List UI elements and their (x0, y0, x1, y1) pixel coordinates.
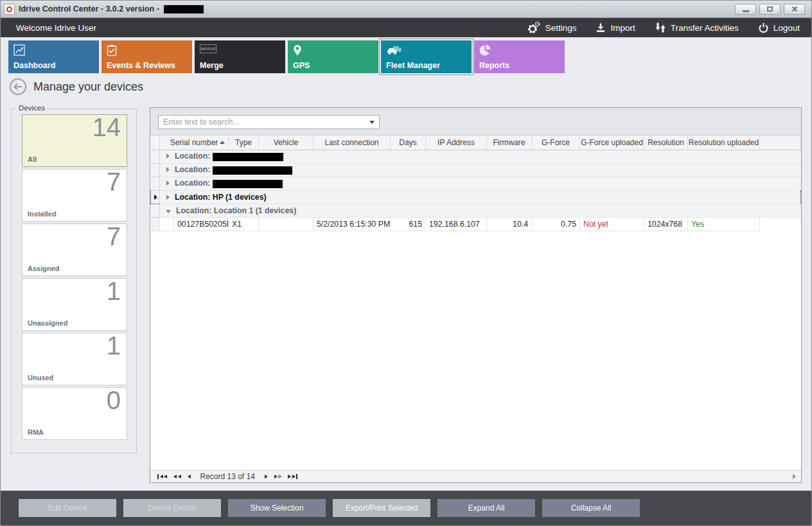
app-window: Idrive Control Center - 3.0.2 version - … (0, 0, 812, 526)
transfer-activities-label: Transfer Activities (671, 23, 739, 33)
filter-card-all[interactable]: 14 All (22, 114, 127, 167)
column-header-resolution[interactable]: Resolution (644, 136, 688, 150)
device-details-button[interactable]: Device Details (123, 499, 221, 517)
logout-label: Logout (773, 23, 800, 33)
group-row: Location: Location 1 (1 devices) (151, 204, 801, 217)
first-record-button[interactable] (154, 471, 170, 482)
settings-button[interactable]: Settings (527, 21, 577, 34)
search-input[interactable] (163, 118, 369, 127)
device-grid-panel: Serial number Type Vehicle Last connecti… (150, 107, 802, 483)
card-count: 0 (107, 386, 121, 415)
group-row: Location: (151, 177, 801, 190)
filter-card-unassigned[interactable]: 1 Unassigned (22, 278, 127, 331)
import-button[interactable]: Import (596, 22, 635, 33)
filter-card-rma[interactable]: 0 RMA (22, 387, 127, 440)
column-header-resolution-uploaded[interactable]: Resolution uploaded (688, 136, 760, 150)
row-indicator (151, 204, 160, 217)
expand-collapsed-icon (166, 153, 170, 159)
expand-all-button[interactable]: Expand All (437, 499, 535, 517)
tab-reports[interactable]: Reports (474, 40, 565, 73)
export-print-selected-button[interactable]: Export/Print Selected (333, 499, 430, 517)
record-position-text: Record 13 of 14 (200, 472, 255, 481)
tab-gps[interactable]: GPS (288, 40, 378, 73)
back-button[interactable] (9, 78, 27, 96)
tab-events-reviews[interactable]: Events & Reviews (102, 40, 192, 73)
scroll-right-icon[interactable] (793, 474, 796, 479)
show-selection-button[interactable]: Show Selection (228, 499, 326, 517)
indent-cell (160, 217, 174, 231)
redaction-bar (213, 180, 283, 188)
card-label: RMA (28, 428, 44, 436)
line-chart-icon (13, 44, 26, 57)
chevron-down-icon[interactable] (369, 121, 375, 124)
search-strip (150, 108, 801, 136)
column-header-g-force[interactable]: G-Force (532, 136, 580, 150)
device-row[interactable]: 00127B50205D X1 5/2/2013 6:15:30 PM 615 … (151, 217, 801, 231)
cell-vehicle (259, 217, 313, 231)
column-header-ip-address[interactable]: IP Address (426, 136, 487, 150)
group-row: Location: (151, 150, 801, 163)
tile-label: Dashboard (13, 61, 55, 70)
group-row-toggle[interactable]: Location: (160, 163, 801, 177)
group-row-toggle[interactable]: Location: (160, 150, 801, 163)
column-header-firmware[interactable]: Firmware (487, 136, 532, 150)
settings-label: Settings (545, 23, 577, 33)
maximize-button[interactable] (759, 4, 781, 15)
tab-merge[interactable]: MERGE Merge (195, 40, 285, 73)
close-button[interactable] (784, 4, 805, 15)
column-header-vehicle[interactable]: Vehicle (259, 136, 313, 150)
vehicles-icon (386, 44, 403, 55)
tile-label: GPS (293, 61, 310, 70)
app-logo-icon (4, 4, 15, 15)
search-combo (158, 115, 380, 129)
group-row-toggle[interactable]: Location: HP (1 devices) (160, 190, 801, 204)
collapse-all-button[interactable]: Collapse All (542, 499, 640, 517)
column-header-serial-number[interactable]: Serial number (160, 136, 229, 150)
grid-empty-area (150, 231, 801, 471)
column-header-days[interactable]: Days (391, 136, 426, 150)
card-label: Unassigned (28, 319, 67, 327)
column-header-last-connection[interactable]: Last connection (313, 136, 391, 150)
tab-fleet-manager[interactable]: Fleet Manager (381, 40, 472, 73)
cell-firmware: 10.4 (487, 217, 532, 231)
previous-record-button[interactable] (184, 471, 194, 482)
footer-toolbar: Edit Device Device Details Show Selectio… (1, 491, 811, 525)
last-record-button[interactable] (285, 471, 301, 482)
row-indicator (151, 190, 160, 204)
transfer-activities-button[interactable]: Transfer Activities (655, 22, 739, 33)
previous-page-button[interactable] (170, 471, 184, 482)
group-row-toggle[interactable]: Location: Location 1 (1 devices) (160, 204, 801, 217)
devices-panel-label: Devices (16, 104, 48, 112)
cell-type: X1 (229, 217, 259, 231)
filter-card-assigned[interactable]: 7 Assigned (22, 224, 127, 276)
column-header-filler (760, 136, 801, 150)
redaction-bar (213, 166, 292, 175)
redaction-bar (213, 153, 283, 161)
tab-dashboard[interactable]: Dashboard (8, 40, 99, 73)
edit-device-button[interactable]: Edit Device (19, 499, 116, 517)
filler-cell (760, 217, 801, 231)
card-label: Assigned (28, 265, 60, 272)
cell-serial: 00127B50205D (174, 217, 229, 231)
minimize-icon (743, 10, 749, 12)
page-title: Manage your devices (33, 80, 143, 94)
tile-label: Fleet Manager (386, 61, 440, 70)
header-row: Serial number Type Vehicle Last connecti… (151, 136, 801, 150)
nav-tiles: Dashboard Events & Reviews MERGE Merge (8, 40, 565, 73)
expand-expanded-icon (166, 210, 171, 213)
filter-card-unused[interactable]: 1 Unused (22, 333, 127, 385)
logout-button[interactable]: Logout (758, 22, 800, 33)
next-record-button[interactable] (261, 471, 271, 482)
pager: Record 13 of 14 (150, 470, 801, 482)
cell-g-force: 0.75 (532, 217, 580, 231)
scroll-left-icon[interactable] (276, 474, 279, 479)
filter-card-installed[interactable]: 7 Installed (22, 169, 127, 222)
column-header-g-force-uploaded[interactable]: G-Force uploaded (580, 136, 644, 150)
transfer-arrows-icon (655, 22, 666, 33)
minimize-button[interactable] (735, 4, 756, 15)
column-header-type[interactable]: Type (229, 136, 259, 150)
group-row-toggle[interactable]: Location: (160, 177, 801, 190)
current-row-arrow-icon (154, 195, 157, 200)
window-title: Idrive Control Center - 3.0.2 version - (19, 4, 159, 13)
power-icon (758, 22, 769, 33)
